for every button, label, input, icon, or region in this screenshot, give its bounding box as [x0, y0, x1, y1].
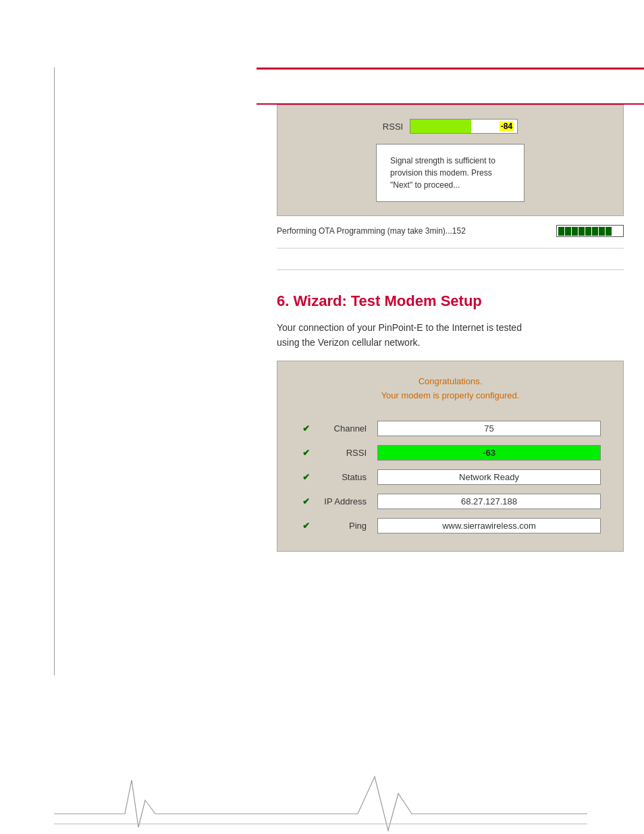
heartbeat-right [257, 777, 587, 831]
body-text-line2: using the Verizon cellular network. [277, 337, 420, 348]
progress-block-8 [606, 227, 612, 236]
congrats-line1: Congratulations. [419, 376, 483, 386]
signal-text-line2: provision this modem. Press [390, 168, 492, 178]
table-row: ✔ Status Network Ready [294, 465, 606, 489]
value-ip: 68.27.127.188 [377, 494, 601, 509]
table-row: ✔ Channel 75 [294, 416, 606, 440]
check-icon-ping: ✔ [294, 513, 318, 538]
progress-block-5 [585, 227, 591, 236]
ota-progress-row: Performing OTA Programming (may take 3mi… [257, 219, 644, 242]
label-status: Status [318, 465, 372, 489]
thin-divider-2 [277, 269, 624, 270]
rssi-bar-outer: -84 [410, 119, 518, 134]
progress-block-4 [579, 227, 585, 236]
rssi-value: -84 [500, 122, 514, 131]
right-content: RSSI -84 Signal strength is sufficient t… [257, 0, 644, 834]
progress-block-6 [592, 227, 598, 236]
modem-table: ✔ Channel 75 ✔ RSSI -63 ✔ Status Netwo [294, 416, 606, 538]
heartbeat-svg [0, 760, 644, 834]
signal-text: Signal strength is sufficient to provisi… [376, 144, 525, 202]
congrats-line2: Your modem is properly configured. [381, 390, 520, 400]
gap-1 [257, 254, 644, 264]
rssi-container: RSSI -84 [383, 119, 518, 134]
value-ping: www.sierrawireless.com [377, 518, 601, 533]
chapter-heading: 6. Wizard: Test Modem Setup [257, 286, 644, 317]
progress-block-2 [565, 227, 571, 236]
signal-text-line1: Signal strength is sufficient to [390, 156, 495, 165]
heartbeat-left [54, 780, 257, 827]
left-margin [0, 0, 257, 834]
body-text-line1: Your connection of your PinPoint-E to th… [277, 322, 522, 333]
left-border-line [54, 68, 55, 675]
check-icon-rssi: ✔ [294, 440, 318, 465]
check-icon-ip: ✔ [294, 489, 318, 513]
signal-text-line3: "Next" to proceed... [390, 180, 460, 190]
label-ping: Ping [318, 513, 372, 538]
screenshot-inner: RSSI -84 Signal strength is sufficient t… [291, 119, 610, 202]
progress-block-1 [558, 227, 564, 236]
thin-divider-1 [277, 248, 624, 249]
ota-screenshot-box: RSSI -84 Signal strength is sufficient t… [277, 105, 624, 216]
table-row: ✔ RSSI -63 [294, 440, 606, 465]
table-row: ✔ Ping www.sierrawireless.com [294, 513, 606, 538]
table-row: ✔ IP Address 68.27.127.188 [294, 489, 606, 513]
check-icon-status: ✔ [294, 465, 318, 489]
value-status: Network Ready [377, 469, 601, 485]
progress-bar [556, 225, 624, 237]
progress-block-3 [572, 227, 578, 236]
label-channel: Channel [318, 416, 372, 440]
modem-screenshot: Congratulations. Your modem is properly … [277, 361, 624, 552]
rssi-bar-green [410, 120, 471, 133]
value-channel: 75 [377, 421, 601, 436]
label-rssi: RSSI [318, 440, 372, 465]
page-container: RSSI -84 Signal strength is sufficient t… [0, 0, 644, 834]
progress-block-7 [599, 227, 605, 236]
check-icon-channel: ✔ [294, 416, 318, 440]
value-rssi: -63 [377, 445, 601, 461]
chapter-body-text: Your connection of your PinPoint-E to th… [257, 317, 644, 361]
ota-progress-text: Performing OTA Programming (may take 3mi… [277, 226, 466, 236]
congrats-text: Congratulations. Your modem is properly … [294, 375, 606, 403]
section-header [257, 70, 644, 103]
label-ip: IP Address [318, 489, 372, 513]
rssi-label: RSSI [383, 122, 403, 132]
gap-2 [257, 276, 644, 286]
